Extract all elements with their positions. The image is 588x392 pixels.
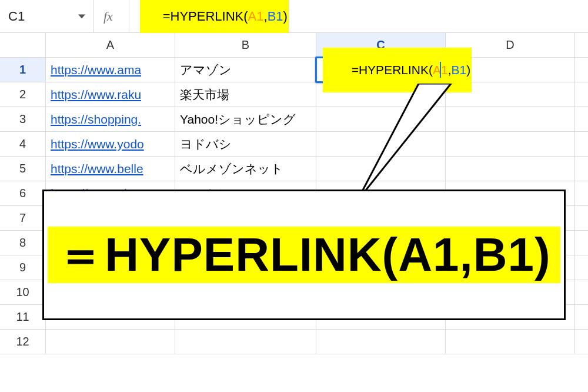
cell-b5[interactable]: ベルメゾンネット: [175, 157, 316, 181]
cell-e12[interactable]: [575, 330, 588, 354]
callout-text: ＝HYPERLINK(A1,B1): [48, 227, 560, 283]
cell-b2[interactable]: 楽天市場: [175, 82, 316, 107]
row-header-4[interactable]: 4: [0, 132, 46, 157]
cell-a1[interactable]: https://www.ama: [46, 58, 175, 82]
fx-icon[interactable]: fx: [94, 0, 129, 32]
formula-ref-a1: A1: [248, 9, 264, 24]
row-header-11[interactable]: 11: [0, 305, 46, 330]
cell-a2[interactable]: https://www.raku: [46, 82, 175, 107]
cell-c5[interactable]: [316, 157, 446, 181]
formula-ref-b1: B1: [268, 9, 283, 24]
cell-b3[interactable]: Yahoo!ショッピング: [175, 107, 316, 132]
cell-d3[interactable]: [446, 107, 575, 132]
cell-e7[interactable]: [575, 206, 588, 231]
col-header-a[interactable]: A: [46, 33, 175, 58]
cell-c12[interactable]: [316, 330, 446, 354]
col-header-extra[interactable]: [575, 33, 588, 58]
formula-prefix: =HYPERLINK(: [163, 9, 248, 24]
row-header-5[interactable]: 5: [0, 157, 46, 181]
cell-e11[interactable]: [575, 305, 588, 330]
cell-a5[interactable]: https://www.belle: [46, 157, 175, 181]
cell-e1[interactable]: [575, 58, 588, 82]
name-box-value: C1: [8, 9, 25, 24]
cell-e3[interactable]: [575, 107, 588, 132]
cell-b1[interactable]: アマゾン: [175, 58, 316, 82]
formula-input[interactable]: =HYPERLINK(A1,B1): [129, 0, 588, 32]
cell-d5[interactable]: [446, 157, 575, 181]
cell-d12[interactable]: [446, 330, 575, 354]
cell-c1-formula: =HYPERLINK(A1,B1): [323, 48, 472, 92]
dropdown-icon[interactable]: [78, 14, 85, 18]
row-header-10[interactable]: 10: [0, 280, 46, 305]
cell-b4[interactable]: ヨドバシ: [175, 132, 316, 157]
cell-a3[interactable]: https://shopping.: [46, 107, 175, 132]
cell-e10[interactable]: [575, 280, 588, 305]
cell-e5[interactable]: [575, 157, 588, 181]
cell-e6[interactable]: [575, 181, 588, 206]
formula-bar: C1 fx =HYPERLINK(A1,B1): [0, 0, 588, 33]
row-header-8[interactable]: 8: [0, 231, 46, 255]
formula-suffix: ): [283, 9, 288, 24]
cell-c4[interactable]: [316, 132, 446, 157]
svg-text:fx: fx: [103, 9, 113, 24]
row-header-1[interactable]: 1: [0, 58, 46, 82]
row-header-12[interactable]: 12: [0, 330, 46, 354]
row-header-9[interactable]: 9: [0, 255, 46, 280]
cell-a12[interactable]: [46, 330, 175, 354]
callout-box: ＝HYPERLINK(A1,B1): [42, 190, 566, 320]
cell-e4[interactable]: [575, 132, 588, 157]
cell-c1-editor[interactable]: =HYPERLINK(A1,B1): [315, 57, 446, 83]
cell-c1[interactable]: =HYPERLINK(A1,B1): [316, 58, 446, 82]
row-header-7[interactable]: 7: [0, 206, 46, 231]
row-header-3[interactable]: 3: [0, 107, 46, 132]
name-box[interactable]: C1: [0, 0, 94, 32]
cell-a4[interactable]: https://www.yodo: [46, 132, 175, 157]
cell-b12[interactable]: [175, 330, 316, 354]
text-cursor: [440, 62, 441, 78]
cell-e8[interactable]: [575, 231, 588, 255]
row-header-2[interactable]: 2: [0, 82, 46, 107]
cell-e9[interactable]: [575, 255, 588, 280]
cell-d4[interactable]: [446, 132, 575, 157]
cell-e2[interactable]: [575, 82, 588, 107]
select-all-corner[interactable]: [0, 33, 46, 58]
row-header-6[interactable]: 6: [0, 181, 46, 206]
col-header-b[interactable]: B: [175, 33, 316, 58]
callout: ＝HYPERLINK(A1,B1): [42, 190, 566, 320]
cell-c3[interactable]: [316, 107, 446, 132]
